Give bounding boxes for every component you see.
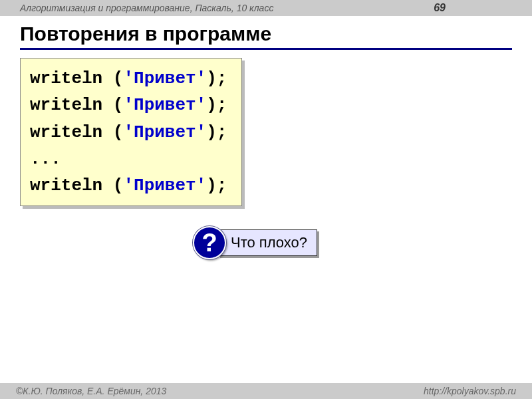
question-callout: ? Что плохо? [193,226,317,259]
code-string: 'Привет' [123,95,206,115]
title-block: Повторения в программе [20,23,512,50]
code-line: writeln ('Привет'); [30,68,227,88]
code-ellipsis: ... [30,149,61,169]
code-prefix: writeln ( [30,122,123,142]
code-string: 'Привет' [123,122,206,142]
code-suffix: ); [206,68,227,88]
footer-bar: ©К.Ю. Поляков, Е.А. Ерёмин, 2013 http://… [0,383,532,399]
code-line: writeln ('Привет'); [30,122,227,142]
code-suffix: ); [206,122,227,142]
course-label: Алгоритмизация и программирование, Паска… [20,3,273,13]
code-suffix: ); [206,95,227,115]
header-bar: Алгоритмизация и программирование, Паска… [0,0,532,16]
code-prefix: writeln ( [30,176,123,196]
code-suffix: ); [206,176,227,196]
question-text: Что плохо? [218,229,317,256]
footer-url: http://kpolyakov.spb.ru [424,386,516,396]
copyright-label: ©К.Ю. Поляков, Е.А. Ерёмин, 2013 [16,386,166,396]
page-number: 69 [434,2,446,14]
title-underline [20,48,512,50]
code-string: 'Привет' [123,68,206,88]
code-string: 'Привет' [123,176,206,196]
code-line: writeln ('Привет'); [30,95,227,115]
code-line: ... [30,149,61,169]
code-line: writeln ('Привет'); [30,176,227,196]
code-prefix: writeln ( [30,95,123,115]
code-box: writeln ('Привет'); writeln ('Привет'); … [20,58,242,206]
slide-title: Повторения в программе [20,23,512,45]
slide-container: Алгоритмизация и программирование, Паска… [0,0,532,399]
code-prefix: writeln ( [30,68,123,88]
question-mark-icon: ? [193,226,226,259]
